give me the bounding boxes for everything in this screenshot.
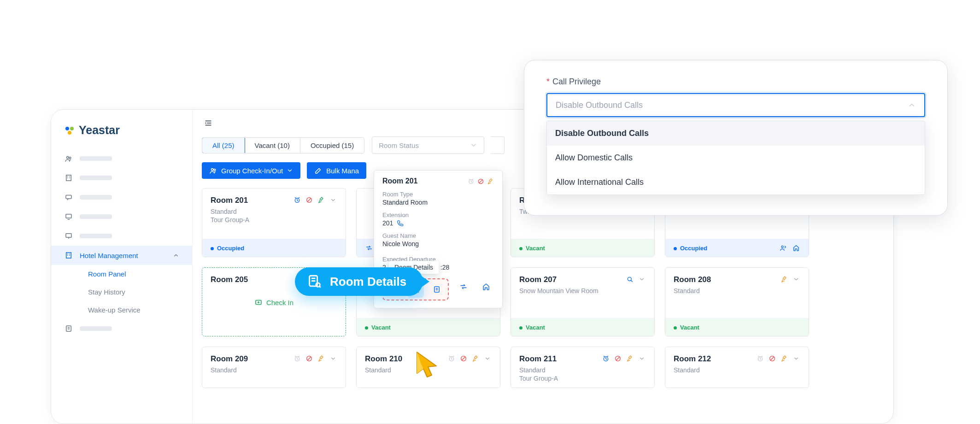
feature-callout-bubble: Room Details bbox=[295, 267, 423, 296]
subnav-room-panel[interactable]: Room Panel bbox=[70, 265, 192, 283]
room-group: Tour Group-A bbox=[211, 216, 249, 224]
alarm-icon bbox=[602, 354, 610, 363]
room-card-201[interactable]: Room 201 Standard Tour Group-A Occupied bbox=[202, 188, 346, 257]
nav-item-placeholder-2[interactable] bbox=[51, 168, 192, 188]
ban-icon bbox=[459, 354, 468, 363]
more-chevron-icon[interactable] bbox=[329, 354, 337, 363]
room-type: Standard bbox=[519, 366, 558, 374]
hotel-icon bbox=[64, 251, 73, 260]
svg-point-30 bbox=[65, 127, 69, 130]
room-status-bar: Occupied bbox=[202, 239, 346, 257]
phone-icon[interactable] bbox=[397, 220, 404, 227]
subnav-wakeup-service[interactable]: Wake-up Service bbox=[70, 301, 192, 319]
cleaning-icon bbox=[626, 354, 634, 363]
room-card-211[interactable]: Room 211 Standard Tour Group-A bbox=[511, 347, 655, 388]
notes-action[interactable] bbox=[428, 281, 445, 298]
option-allow-domestic[interactable]: Allow Domestic Calls bbox=[547, 146, 925, 170]
bulk-manage-button[interactable]: Bulk Mana bbox=[307, 162, 366, 179]
user-icon bbox=[64, 154, 73, 163]
room-status-bar: Vacant bbox=[511, 318, 654, 336]
nav-item-hotel-management[interactable]: Hotel Management bbox=[51, 246, 192, 265]
extension-label: Extension bbox=[382, 212, 494, 218]
search-icon[interactable] bbox=[626, 275, 634, 283]
room-card-207[interactable]: Room 207 Snow Mountain View Room Vacant bbox=[511, 267, 655, 336]
more-chevron-icon[interactable] bbox=[638, 354, 646, 363]
home-icon[interactable] bbox=[792, 244, 800, 252]
call-privilege-panel: *Call Privilege Disable Outbound Calls D… bbox=[524, 60, 948, 216]
subnav-stay-history[interactable]: Stay History bbox=[70, 283, 192, 301]
chevron-down-icon bbox=[470, 141, 477, 149]
sidebar: Yeastar Hotel Management Room Panel Stay… bbox=[51, 110, 193, 424]
popover-title: Room 201 bbox=[382, 177, 417, 185]
edit-icon bbox=[314, 166, 323, 175]
filter-tab-occupied[interactable]: Occupied (15) bbox=[300, 138, 364, 153]
svg-point-31 bbox=[70, 127, 74, 130]
ban-icon bbox=[305, 354, 313, 363]
svg-point-32 bbox=[68, 131, 71, 135]
sidebar-collapse-button[interactable] bbox=[202, 117, 215, 130]
more-chevron-icon[interactable] bbox=[792, 354, 800, 363]
room-card-208[interactable]: Room 208 Standard Vacant bbox=[665, 267, 809, 336]
group-icon bbox=[209, 166, 217, 175]
monitor-icon bbox=[64, 212, 73, 221]
cleaning-icon bbox=[780, 354, 788, 363]
call-privilege-select[interactable]: Disable Outbound Calls bbox=[546, 93, 925, 117]
cursor-icon bbox=[413, 350, 441, 383]
room-card-209[interactable]: Room 209 Standard bbox=[202, 347, 346, 388]
alarm-icon bbox=[468, 178, 475, 185]
nav-item-placeholder-6[interactable] bbox=[51, 319, 192, 338]
room-status-bar: Occupied bbox=[665, 239, 809, 257]
primary-nav: Hotel Management Room Panel Stay History… bbox=[51, 146, 192, 341]
cleaning-icon bbox=[487, 178, 494, 185]
room-type-value: Standard Room bbox=[382, 199, 494, 206]
plus-box-icon bbox=[254, 298, 263, 306]
nav-item-placeholder-1[interactable] bbox=[51, 149, 192, 168]
subnav: Room Panel Stay History Wake-up Service bbox=[51, 265, 192, 319]
guest-label: Guest Name bbox=[382, 232, 494, 239]
nav-item-placeholder-3[interactable] bbox=[51, 188, 192, 207]
cleaning-icon bbox=[471, 354, 480, 363]
user-swap-icon[interactable] bbox=[779, 244, 787, 252]
room-type-label: Room Type bbox=[382, 191, 494, 198]
swap-icon[interactable] bbox=[365, 244, 373, 252]
room-title: Room 212 bbox=[674, 354, 711, 364]
more-chevron-icon[interactable] bbox=[483, 354, 492, 363]
ban-icon bbox=[305, 196, 313, 204]
ban-icon bbox=[768, 354, 776, 363]
room-type: Standard bbox=[211, 366, 248, 374]
filter-tab-vacant[interactable]: Vacant (10) bbox=[245, 138, 300, 153]
nav-item-placeholder-4[interactable] bbox=[51, 207, 192, 226]
alarm-icon bbox=[293, 354, 301, 363]
more-chevron-icon[interactable] bbox=[329, 196, 337, 204]
swap-action[interactable] bbox=[455, 278, 471, 295]
room-group: Tour Group-A bbox=[519, 375, 558, 382]
cleaning-icon bbox=[317, 354, 325, 363]
screen-icon bbox=[64, 231, 73, 241]
room-title: Room 211 bbox=[519, 354, 558, 364]
room-status-bar: Vacant bbox=[665, 318, 809, 336]
call-privilege-label: *Call Privilege bbox=[546, 77, 925, 87]
more-chevron-icon[interactable] bbox=[792, 275, 800, 283]
more-chevron-icon[interactable] bbox=[638, 275, 646, 283]
room-title: Room 210 bbox=[365, 354, 402, 364]
required-icon: * bbox=[546, 77, 550, 86]
checkout-action[interactable] bbox=[478, 278, 494, 295]
room-title: Room 201 bbox=[211, 196, 249, 205]
room-card-212[interactable]: Room 212 Standard bbox=[665, 347, 809, 388]
group-checkin-button[interactable]: Group Check-In/Out bbox=[202, 162, 300, 179]
svg-rect-33 bbox=[66, 195, 71, 199]
room-title: Room 208 bbox=[674, 275, 711, 284]
secondary-filter-cutoff[interactable] bbox=[491, 136, 505, 154]
nav-item-placeholder-5[interactable] bbox=[51, 226, 192, 246]
yeastar-logo-icon bbox=[64, 125, 75, 136]
chevron-down-icon bbox=[287, 167, 293, 174]
brand-name: Yeastar bbox=[79, 124, 120, 137]
room-status-select[interactable]: Room Status bbox=[372, 136, 484, 154]
doc-search-icon bbox=[307, 274, 323, 289]
ban-icon bbox=[477, 178, 484, 185]
select-placeholder: Disable Outbound Calls bbox=[556, 100, 643, 110]
room-type: Standard bbox=[211, 208, 249, 215]
option-disable-outbound[interactable]: Disable Outbound Calls bbox=[547, 121, 925, 146]
filter-tab-all[interactable]: All (25) bbox=[202, 137, 245, 153]
option-allow-international[interactable]: Allow International Calls bbox=[547, 170, 925, 194]
